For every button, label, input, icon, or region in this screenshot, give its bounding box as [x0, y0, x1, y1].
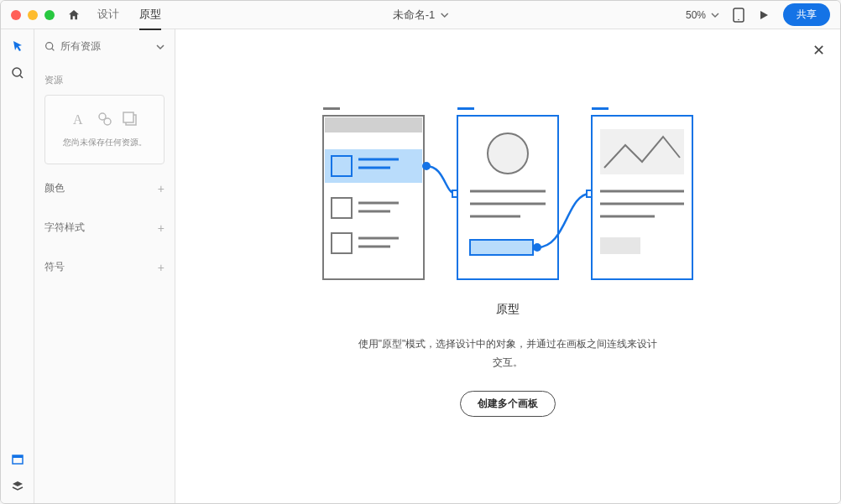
- assets-empty-box: A 您尚未保存任何资源。: [44, 95, 165, 164]
- onboarding-description: 使用"原型"模式，选择设计中的对象，并通过在画板之间连线来设计交互。: [357, 335, 659, 372]
- tab-design[interactable]: 设计: [97, 0, 119, 30]
- svg-point-30: [488, 133, 528, 174]
- home-icon[interactable]: [67, 8, 81, 22]
- layers-panel-icon[interactable]: [11, 480, 24, 493]
- chevron-down-icon: [711, 11, 719, 19]
- text-style-icon: A: [71, 111, 88, 127]
- zoom-dropdown[interactable]: 50%: [686, 9, 719, 21]
- svg-rect-39: [600, 129, 684, 174]
- chevron-down-icon: [440, 11, 448, 19]
- svg-point-10: [104, 118, 111, 125]
- svg-point-6: [46, 43, 53, 49]
- chevron-down-icon: [156, 43, 165, 51]
- assets-empty-text: 您尚未保存任何资源。: [63, 136, 147, 148]
- svg-rect-15: [325, 117, 422, 132]
- search-icon: [44, 41, 55, 52]
- svg-point-1: [738, 18, 739, 20]
- assets-panel-icon[interactable]: [11, 453, 24, 466]
- svg-text:A: A: [73, 112, 83, 127]
- panel-char-styles-label: 字符样式: [44, 221, 85, 235]
- prototype-illustration: [315, 99, 701, 283]
- search-tool-icon[interactable]: [11, 66, 24, 80]
- device-preview-icon[interactable]: [733, 8, 744, 23]
- left-sidebar: 所有资源 资源 A 您尚未保存任何资源。 颜色 + 字符样式 + 符号 +: [34, 29, 175, 503]
- panel-colors-label: 颜色: [44, 181, 65, 195]
- create-artboards-button[interactable]: 创建多个画板: [460, 391, 556, 417]
- minimize-window-button[interactable]: [28, 10, 38, 20]
- link-icon: [97, 111, 113, 127]
- assets-search-dropdown[interactable]: 所有资源: [44, 39, 165, 60]
- plus-icon: +: [158, 182, 165, 195]
- tab-prototype[interactable]: 原型: [139, 0, 161, 30]
- mode-tabs: 设计 原型: [97, 0, 161, 30]
- search-label: 所有资源: [60, 39, 101, 54]
- close-onboarding-button[interactable]: ✕: [812, 41, 825, 60]
- panel-char-styles[interactable]: 字符样式 +: [44, 212, 165, 243]
- share-button[interactable]: 共享: [783, 3, 830, 26]
- svg-point-2: [13, 68, 21, 76]
- assets-placeholder-icons: A: [71, 111, 138, 127]
- onboarding-panel: 原型 使用"原型"模式，选择设计中的对象，并通过在画板之间连线来设计交互。 创建…: [315, 99, 701, 416]
- close-window-button[interactable]: [11, 10, 21, 20]
- window-controls: [11, 10, 55, 20]
- right-controls: 50% 共享: [686, 3, 830, 26]
- svg-line-3: [20, 75, 23, 78]
- maximize-window-button[interactable]: [44, 10, 55, 20]
- plus-icon: +: [158, 261, 165, 274]
- svg-rect-37: [592, 107, 609, 110]
- svg-rect-34: [470, 240, 533, 255]
- svg-rect-13: [323, 107, 340, 110]
- canvas[interactable]: ✕: [175, 29, 840, 503]
- panel-symbols[interactable]: 符号 +: [44, 252, 165, 283]
- svg-rect-12: [123, 112, 133, 122]
- onboarding-title: 原型: [496, 302, 520, 317]
- panel-colors[interactable]: 颜色 +: [44, 173, 165, 204]
- svg-rect-5: [13, 455, 23, 458]
- svg-line-7: [52, 49, 54, 50]
- svg-rect-28: [457, 107, 474, 110]
- assets-section-label: 资源: [44, 74, 165, 86]
- symbol-icon: [122, 111, 138, 127]
- document-title-dropdown[interactable]: 未命名-1: [393, 8, 449, 23]
- plus-icon: +: [158, 221, 165, 235]
- select-tool[interactable]: [11, 39, 24, 53]
- zoom-value: 50%: [686, 9, 706, 21]
- panel-symbols-label: 符号: [44, 260, 65, 274]
- svg-rect-43: [600, 237, 640, 254]
- svg-rect-16: [325, 149, 422, 183]
- play-icon[interactable]: [758, 9, 770, 21]
- tool-rail: [1, 29, 34, 503]
- titlebar: 设计 原型 未命名-1 50% 共享: [1, 1, 840, 29]
- document-title: 未命名-1: [393, 8, 436, 23]
- main-area: 所有资源 资源 A 您尚未保存任何资源。 颜色 + 字符样式 + 符号 + ✕: [1, 29, 840, 503]
